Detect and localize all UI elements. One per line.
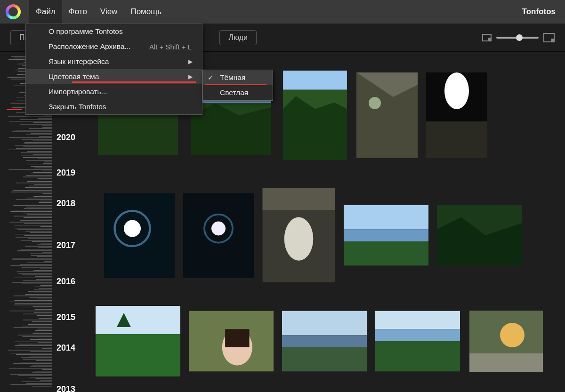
svg-point-262	[500, 323, 525, 347]
app-logo-icon	[6, 4, 21, 19]
photo-thumbnail[interactable]	[282, 311, 367, 372]
photo-thumbnail[interactable]	[426, 71, 487, 160]
sub-label: Светлая	[220, 88, 248, 97]
dd-import[interactable]: Импортировать...	[26, 84, 202, 99]
grid-row	[96, 188, 522, 282]
thumbnail-size-large-icon[interactable]	[543, 33, 555, 42]
dd-about[interactable]: О программе Tonfotos	[26, 24, 202, 39]
svg-rect-243	[263, 188, 335, 210]
menu-help[interactable]: Помощь	[124, 0, 168, 24]
color-theme-submenu: ✓ Тёмная Светлая	[202, 70, 273, 101]
timeline-year[interactable]: 2019	[56, 168, 75, 178]
dd-shortcut: Alt + Shift + L	[149, 43, 192, 51]
menubar: Файл Фото View Помощь Tonfotos	[0, 0, 565, 24]
dd-label: Язык интерфейса	[48, 57, 109, 66]
chevron-right-icon: ▶	[188, 58, 193, 65]
timeline-year[interactable]: 2013	[56, 384, 75, 392]
red-underline	[72, 81, 196, 83]
svg-point-231	[369, 97, 381, 109]
app-title: Tonfotos	[522, 0, 556, 24]
menubar-items: Файл Фото View Помощь	[29, 0, 168, 24]
theme-light[interactable]: Светлая	[203, 85, 273, 100]
svg-rect-246	[344, 241, 428, 265]
svg-rect-257	[282, 347, 367, 371]
svg-rect-258	[375, 311, 460, 329]
svg-rect-255	[282, 311, 367, 335]
timeline-year[interactable]: 2014	[56, 343, 75, 353]
photo-thumbnail[interactable]	[104, 192, 175, 279]
theme-dark[interactable]: ✓ Тёмная	[203, 70, 273, 85]
photo-thumbnail[interactable]	[356, 71, 418, 160]
svg-rect-249	[96, 306, 180, 334]
timeline-year[interactable]: 2016	[56, 277, 75, 287]
dd-label: Импортировать...	[48, 88, 107, 96]
dd-archive-location[interactable]: Расположение Архива... Alt + Shift + L	[26, 39, 202, 54]
svg-rect-226	[283, 71, 347, 90]
dd-label: Закрыть Tonfotos	[48, 103, 106, 111]
svg-rect-263	[469, 353, 543, 372]
svg-rect-234	[426, 121, 487, 158]
photo-thumbnail[interactable]	[282, 71, 348, 160]
tab-button-people[interactable]: Люди	[219, 30, 256, 45]
svg-point-236	[124, 220, 141, 237]
timeline-year[interactable]: 2020	[56, 133, 75, 143]
menu-view[interactable]: View	[94, 0, 124, 24]
svg-rect-235	[104, 193, 175, 278]
grid-row	[96, 304, 544, 379]
svg-point-239	[211, 221, 226, 235]
svg-rect-250	[96, 334, 180, 376]
dd-color-theme[interactable]: Цветовая тема ▶	[26, 69, 202, 84]
dd-close[interactable]: Закрыть Tonfotos	[26, 99, 202, 114]
photo-thumbnail[interactable]	[437, 202, 522, 268]
photo-thumbnail[interactable]	[96, 304, 180, 379]
file-dropdown: О программе Tonfotos Расположение Архива…	[25, 24, 202, 115]
svg-rect-260	[375, 341, 460, 371]
dd-language[interactable]: Язык интерфейса ▶	[26, 54, 202, 69]
photo-thumbnail[interactable]	[183, 192, 254, 279]
photo-thumbnail[interactable]	[344, 205, 428, 266]
photo-thumbnail[interactable]	[375, 311, 460, 372]
thumbnail-size-small-icon[interactable]	[482, 34, 492, 41]
svg-rect-254	[225, 329, 249, 347]
timeline-year[interactable]: 2017	[56, 240, 75, 250]
menu-file[interactable]: Файл	[29, 0, 62, 24]
thumbnail-size-slider[interactable]	[496, 37, 539, 39]
dd-label: Цветовая тема	[48, 72, 99, 81]
photo-grid	[92, 71, 565, 392]
timeline-year[interactable]: 2018	[56, 199, 75, 208]
red-underline-submenu	[205, 84, 266, 85]
svg-rect-244	[344, 205, 428, 229]
menu-photo[interactable]: Фото	[62, 0, 94, 24]
sub-label: Тёмная	[220, 73, 245, 82]
photo-thumbnail[interactable]	[468, 311, 544, 372]
svg-point-233	[444, 72, 469, 109]
dd-label: О программе Tonfotos	[48, 27, 123, 36]
dd-label: Расположение Архива...	[48, 42, 130, 51]
svg-point-242	[284, 217, 314, 261]
chevron-right-icon: ▶	[188, 73, 193, 80]
timeline-current-marker	[7, 109, 22, 110]
timeline-year[interactable]: 2015	[56, 312, 75, 322]
check-icon: ✓	[208, 73, 214, 82]
photo-thumbnail[interactable]	[262, 188, 335, 282]
photo-thumbnail[interactable]	[189, 311, 274, 372]
